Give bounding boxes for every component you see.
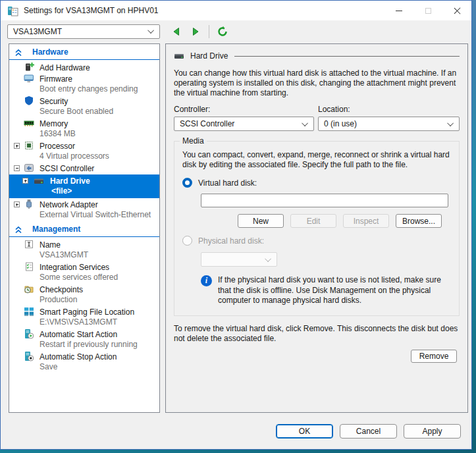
sidebar-item-label: Smart Paging File Location [40,307,134,317]
sidebar-item-sub: <file> [9,186,159,196]
pane-title: Hard Drive [190,51,228,61]
apply-button[interactable]: Apply [404,424,461,439]
sidebar-item-auto-stop[interactable]: Automatic Stop Action [9,351,159,362]
sidebar-item-security[interactable]: Security [9,95,159,107]
navigate-back-button[interactable] [171,26,181,38]
close-icon [454,7,461,14]
sidebar-item-firmware[interactable]: Firmware [9,73,159,84]
sidebar-item-smart-paging[interactable]: Smart Paging File Location [9,306,159,317]
auto-start-icon [24,329,34,339]
media-description: You can compact, convert, expand, merge,… [182,150,451,170]
minimize-icon [396,11,402,11]
sidebar-item-sub: Secure Boot enabled [9,107,159,118]
sidebar-item-label: SCSI Controller [40,164,94,173]
sidebar-item-hard-drive-selected[interactable]: Hard Drive <file> [9,174,159,198]
new-button[interactable]: New [238,214,284,228]
sidebar-item-label: Name [40,240,61,250]
vm-selector-value: VSA13MGMT [13,27,62,36]
sidebar-item-label: Network Adapter [40,200,98,209]
expand-icon[interactable] [22,178,28,184]
cancel-button[interactable]: Cancel [340,424,397,439]
vm-selector-combobox[interactable]: VSA13MGMT [7,24,160,39]
firmware-icon [24,73,34,84]
title-bar: Settings for VSA13MGMT on HPHV01 [1,1,471,20]
sidebar-item-network-adapter[interactable]: Network Adapter [9,199,159,210]
edit-button: Edit [290,214,336,228]
media-group-label: Media [180,136,207,146]
refresh-icon [217,26,228,38]
section-label: Management [32,225,80,234]
sidebar-item-sub: Production [9,295,159,306]
close-button[interactable] [442,1,471,20]
toolbar-separator [209,25,209,38]
processor-icon [24,140,34,151]
chevron-down-icon [302,120,308,126]
sidebar-item-label: Add Hardware [40,63,90,72]
hard-drive-icon [34,176,44,186]
virtual-hard-disk-label: Virtual hard disk: [198,178,257,188]
sidebar-item-name[interactable]: Name [9,239,159,250]
sidebar-item-memory[interactable]: Memory [9,118,159,129]
checkpoints-icon [24,284,34,294]
refresh-button[interactable] [216,25,229,38]
integration-services-icon [24,261,34,272]
virtual-hard-disk-radio[interactable] [182,178,192,188]
expand-icon[interactable] [14,201,20,207]
sidebar-item-sub: 16384 MB [9,129,159,140]
controller-select[interactable]: SCSI Controller [174,117,314,131]
settings-detail-pane: Hard Drive You can change how this virtu… [165,43,468,413]
sidebar-item-checkpoints[interactable]: Checkpoints [9,284,159,295]
sidebar-item-auto-start[interactable]: Automatic Start Action [9,329,159,340]
browse-button[interactable]: Browse... [396,214,442,228]
name-icon [24,239,34,250]
physical-hard-disk-radio [182,236,192,246]
hard-drive-icon [174,51,184,61]
sidebar-item-scsi-controller[interactable]: SCSI Controller [9,163,159,174]
location-select[interactable]: 0 (in use) [318,117,460,131]
section-label: Hardware [32,47,68,57]
collapse-icon[interactable] [14,165,20,171]
remove-button[interactable]: Remove [411,350,457,363]
forward-arrow-icon [192,27,200,36]
intro-text: You can change how this virtual hard dis… [174,68,460,98]
sidebar-item-label: Integration Services [40,263,109,272]
content-area: Hardware Add Hardware [1,42,471,415]
info-note: i If the physical hard disk you want to … [201,275,451,306]
add-hardware-icon [24,62,34,72]
sidebar-item-sub: VSA13MGMT [9,250,159,261]
sidebar-item-label: Automatic Stop Action [40,352,117,361]
expand-icon[interactable] [14,143,20,149]
controller-value: SCSI Controller [180,119,234,128]
smart-paging-icon [24,306,34,317]
dialog-footer: OK Cancel Apply [1,415,471,449]
ok-button[interactable]: OK [276,424,333,439]
sidebar-item-add-hardware[interactable]: Add Hardware [9,62,159,73]
location-label: Location: [318,105,460,114]
sidebar-item-label: Automatic Start Action [40,330,117,339]
navigate-forward-button[interactable] [190,26,201,38]
sidebar-item-label: Security [40,97,68,106]
window-title: Settings for VSA13MGMT on HPHV01 [24,6,159,15]
chevron-down-icon [447,120,454,126]
maximize-icon [425,8,431,14]
sidebar-item-integration-services[interactable]: Integration Services [9,261,159,273]
collapse-chevron-icon [14,226,22,234]
minimize-button[interactable] [384,1,413,20]
shield-icon [24,95,34,106]
remove-description: To remove the virtual hard disk, click R… [174,324,460,344]
sidebar-item-processor[interactable]: Processor [9,140,159,151]
settings-dialog: Settings for VSA13MGMT on HPHV01 VSA13MG… [0,0,472,450]
section-header-management[interactable]: Management [9,221,159,237]
sidebar-item-sub: 4 Virtual processors [9,151,159,163]
settings-app-icon [7,5,18,16]
collapse-chevron-icon [14,49,22,57]
section-header-hardware[interactable]: Hardware [9,44,159,60]
sidebar-item-label: Memory [40,119,68,128]
controller-label: Controller: [174,105,314,114]
pane-header: Hard Drive [174,50,460,62]
sidebar-item-sub: External Virtual Switch-Ethernet [9,210,159,221]
maximize-button [413,1,442,20]
vhd-path-input[interactable] [201,194,448,207]
inspect-button: Inspect [343,214,389,228]
sidebar-item-label: Checkpoints [40,285,83,294]
